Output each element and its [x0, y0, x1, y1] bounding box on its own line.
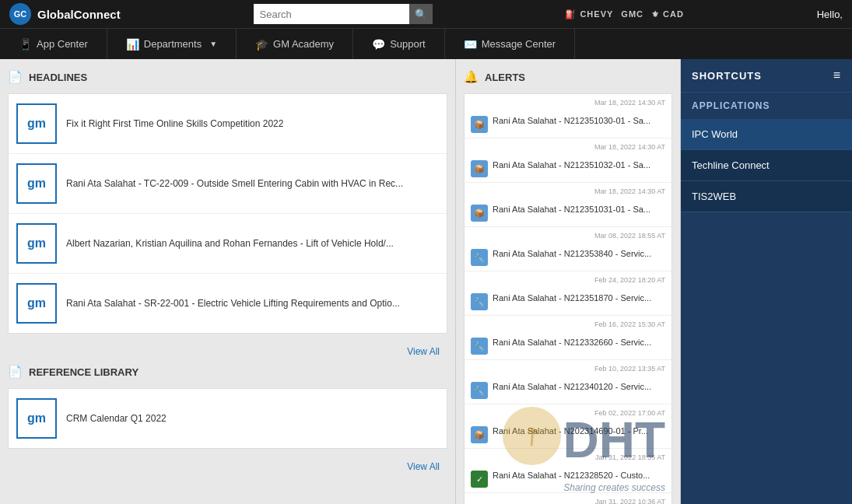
alert-text-1: Rani Ata Salahat - N212351032-01 - Sa... — [493, 159, 665, 170]
support-icon: 💬 — [372, 38, 385, 51]
nav-message-center-label: Message Center — [482, 38, 556, 50]
headline-item-1[interactable]: gm Rani Ata Salahat - TC-22-009 - Outsid… — [9, 154, 447, 214]
top-navigation: GC GlobalConnect 🔍 ⛽ CHEVY GMC ⚜ CAD Hel… — [0, 0, 852, 28]
alert-icon-7: 📦 — [471, 426, 488, 443]
gmc-logo: GMC — [621, 9, 643, 19]
alert-icon-8: ✓ — [471, 471, 488, 488]
gm-logo-1: gm — [16, 163, 57, 204]
app-link-ipc-world[interactable]: IPC World — [681, 119, 852, 150]
alert-text-0: Rani Ata Salahat - N212351030-01 - Sa... — [493, 115, 665, 126]
alert-item-6[interactable]: Feb 10, 2022 13:35 AT 🔧 Rani Ata Salahat… — [465, 360, 671, 404]
headline-text-3: Rani Ata Salahat - SR-22-001 - Electric … — [66, 297, 400, 310]
alert-text-3: Rani Ata Salahat - N212353840 - Servic..… — [493, 248, 665, 259]
headline-text-2: Albert Nazarian, Kristian Aquilina and R… — [66, 237, 394, 250]
alert-icon-6: 🔧 — [471, 382, 488, 399]
alerts-header: 🔔 ALERTS — [464, 67, 672, 87]
alert-text-8: Rani Ata Salahat - N212328520 - Custo... — [493, 470, 665, 481]
alert-icon-3: 🔧 — [471, 249, 488, 266]
brand-logos: ⛽ CHEVY GMC ⚜ CAD — [565, 9, 684, 19]
alert-item-0[interactable]: Mar 18, 2022 14:30 AT 📦 Rani Ata Salahat… — [465, 94, 671, 138]
alert-item-4[interactable]: Feb 24, 2022 18:20 AT 🔧 Rani Ata Salahat… — [465, 271, 671, 316]
alert-date-3: Mar 08, 2022 18:55 AT — [471, 232, 665, 240]
headline-text-1: Rani Ata Salahat - TC-22-009 - Outside S… — [66, 177, 403, 191]
gm-logo-2: gm — [16, 223, 57, 264]
list-icon[interactable]: ≡ — [833, 68, 841, 82]
alert-text-7: Rani Ata Salahat - N202314690-01 - Pr... — [493, 425, 665, 436]
alert-item-2[interactable]: Mar 18, 2022 14:30 AT 📦 Rani Ata Salahat… — [465, 183, 671, 227]
nav-support[interactable]: 💬 Support — [353, 29, 445, 59]
search-input[interactable] — [254, 4, 409, 24]
logo-area: GC GlobalConnect — [9, 3, 121, 25]
nav-app-center-label: App Center — [37, 38, 88, 50]
alert-icon-2: 📦 — [471, 205, 488, 222]
alert-date-9: Jan 31, 2022 10:36 AT — [471, 498, 665, 504]
departments-icon: 📊 — [126, 38, 139, 51]
hello-text: Hello, — [817, 9, 843, 20]
alert-item-9[interactable]: Jan 31, 2022 10:36 AT 📦 Rani Ata Salahat… — [465, 493, 671, 504]
search-button[interactable]: 🔍 — [409, 4, 433, 24]
app-link-techline-connect[interactable]: Techline Connect — [681, 150, 852, 181]
alert-date-2: Mar 18, 2022 14:30 AT — [471, 187, 665, 195]
headline-item-2[interactable]: gm Albert Nazarian, Kristian Aquilina an… — [9, 214, 447, 274]
nav-gm-academy[interactable]: 🎓 GM Academy — [237, 29, 353, 59]
reference-library-header: 📄 REFERENCE LIBRARY — [8, 362, 447, 382]
headlines-icon: 📄 — [8, 70, 23, 84]
alert-icon-0: 📦 — [471, 116, 488, 133]
chevrolet-logo: ⛽ CHEVY — [565, 9, 613, 19]
headline-item-3[interactable]: gm Rani Ata Salahat - SR-22-001 - Electr… — [9, 274, 447, 333]
shortcuts-panel: SHORTCUTS ≡ APPLICATIONS IPC World Techl… — [681, 59, 852, 504]
alert-item-3[interactable]: Mar 08, 2022 18:55 AT 🔧 Rani Ata Salahat… — [465, 227, 671, 271]
alert-date-0: Mar 18, 2022 14:30 AT — [471, 99, 665, 107]
alert-date-1: Mar 18, 2022 14:30 AT — [471, 143, 665, 151]
library-icon: 📄 — [8, 365, 23, 379]
alerts-panel: 🔔 ALERTS Mar 18, 2022 14:30 AT 📦 Rani At… — [455, 59, 681, 504]
reference-library-title: REFERENCE LIBRARY — [29, 366, 138, 378]
alert-icon-5: 🔧 — [471, 338, 488, 355]
left-panel: 📄 HEADLINES gm Fix it Right First Time O… — [0, 59, 455, 504]
headlines-view-all[interactable]: View All — [8, 341, 447, 362]
chevron-down-icon: ▼ — [209, 40, 217, 48]
alerts-list: Mar 18, 2022 14:30 AT 📦 Rani Ata Salahat… — [464, 93, 672, 504]
gc-logo: GC — [9, 3, 31, 25]
app-center-icon: 📱 — [19, 38, 32, 51]
alert-date-8: Jan 31, 2022 18:35 AT — [471, 453, 665, 461]
alert-text-5: Rani Ata Salahat - N212332660 - Servic..… — [493, 337, 665, 348]
main-content: 📄 HEADLINES gm Fix it Right First Time O… — [0, 59, 852, 504]
headline-text-0: Fix it Right First Time Online Skills Co… — [66, 117, 283, 131]
nav-app-center[interactable]: 📱 App Center — [0, 29, 107, 59]
headlines-title: HEADLINES — [29, 72, 87, 83]
alert-item-5[interactable]: Feb 16, 2022 15:30 AT 🔧 Rani Ata Salahat… — [465, 316, 671, 360]
applications-label: APPLICATIONS — [681, 93, 852, 119]
alert-text-2: Rani Ata Salahat - N212351031-01 - Sa... — [493, 204, 665, 215]
nav-departments-label: Departments — [144, 38, 202, 50]
library-view-all[interactable]: View All — [8, 457, 447, 477]
alert-icon-1: 📦 — [471, 160, 488, 177]
headline-item-0[interactable]: gm Fix it Right First Time Online Skills… — [9, 94, 447, 154]
menu-navigation: 📱 App Center 📊 Departments ▼ 🎓 GM Academ… — [0, 28, 852, 59]
alert-item-8[interactable]: Jan 31, 2022 18:35 AT ✓ Rani Ata Salahat… — [465, 449, 671, 493]
nav-departments[interactable]: 📊 Departments ▼ — [107, 29, 237, 59]
alert-text-6: Rani Ata Salahat - N212340120 - Servic..… — [493, 381, 665, 392]
alert-item-1[interactable]: Mar 18, 2022 14:30 AT 📦 Rani Ata Salahat… — [465, 138, 671, 183]
gm-logo-3: gm — [16, 283, 57, 324]
cadillac-logo: ⚜ CAD — [651, 9, 684, 19]
reference-library-list: gm CRM Calendar Q1 2022 — [8, 388, 447, 449]
alerts-bell-icon: 🔔 — [464, 70, 479, 84]
library-text-0: CRM Calendar Q1 2022 — [66, 412, 167, 425]
gm-logo-lib-0: gm — [16, 398, 57, 439]
alert-date-4: Feb 24, 2022 18:20 AT — [471, 276, 665, 284]
alert-date-7: Feb 02, 2022 17:00 AT — [471, 409, 665, 417]
nav-support-label: Support — [390, 38, 426, 50]
gm-logo-0: gm — [16, 103, 57, 144]
nav-message-center[interactable]: ✉️ Message Center — [445, 29, 575, 59]
alert-item-7[interactable]: Feb 02, 2022 17:00 AT 📦 Rani Ata Salahat… — [465, 404, 671, 449]
alerts-title: ALERTS — [485, 72, 525, 83]
alert-date-6: Feb 10, 2022 13:35 AT — [471, 365, 665, 373]
message-center-icon: ✉️ — [464, 38, 477, 51]
logo-text: GlobalConnect — [37, 8, 121, 21]
headlines-list: gm Fix it Right First Time Online Skills… — [8, 93, 447, 334]
shortcuts-header: SHORTCUTS ≡ — [681, 59, 852, 93]
app-link-tis2web[interactable]: TIS2WEB — [681, 181, 852, 212]
library-item-0[interactable]: gm CRM Calendar Q1 2022 — [9, 389, 447, 448]
gm-academy-icon: 🎓 — [255, 38, 268, 51]
